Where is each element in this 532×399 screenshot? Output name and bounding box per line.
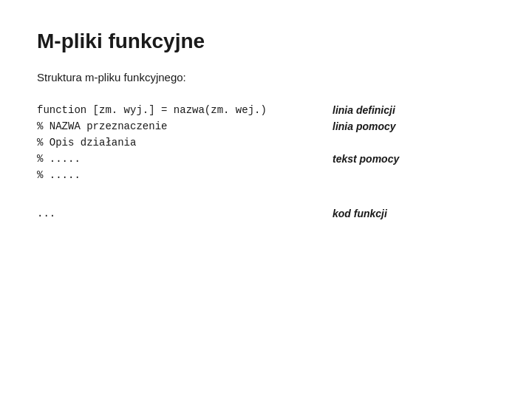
code-line-5: % ..... xyxy=(37,169,318,181)
bottom-code: ... xyxy=(37,208,318,219)
code-row-3: % Opis działania xyxy=(37,137,495,149)
bottom-section: ... kod funkcji xyxy=(37,208,495,219)
code-row-5: % ..... xyxy=(37,169,495,181)
code-line-4: % ..... xyxy=(37,153,318,165)
content-area: function [zm. wyj.] = nazwa(zm. wej.) li… xyxy=(37,104,495,219)
code-line-1: function [zm. wyj.] = nazwa(zm. wej.) xyxy=(37,104,318,116)
code-line-3: % Opis działania xyxy=(37,137,318,149)
code-row-1: function [zm. wyj.] = nazwa(zm. wej.) li… xyxy=(37,104,495,116)
annotation-1: linia definicji xyxy=(332,104,395,116)
annotation-4: tekst pomocy xyxy=(332,153,399,165)
subtitle: Struktura m-pliku funkcyjnego: xyxy=(37,71,495,83)
bottom-annotation: kod funkcji xyxy=(332,208,387,219)
code-row-4: % ..... tekst pomocy xyxy=(37,153,495,165)
code-line-2: % NAZWA przeznaczenie xyxy=(37,120,318,132)
code-row-2: % NAZWA przeznaczenie linia pomocy xyxy=(37,120,495,132)
annotation-2: linia pomocy xyxy=(332,120,396,132)
page-title: M-pliki funkcyjne xyxy=(37,30,495,53)
